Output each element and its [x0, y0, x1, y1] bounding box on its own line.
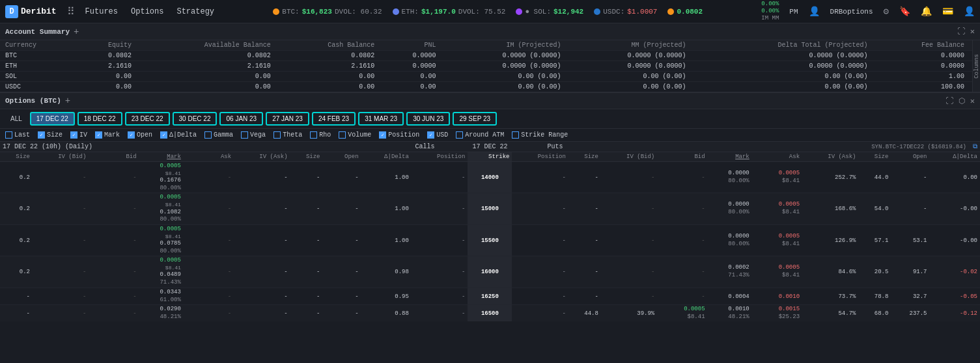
- syn-label: SYN.BTC-17DEC22 ($16819.84): [871, 144, 966, 150]
- options-row[interactable]: 0.2 - - 0.0005$8.410.078580.00% - - - - …: [0, 224, 980, 256]
- checkbox-gamma[interactable]: Gamma: [204, 131, 233, 139]
- username: DRBoptions: [830, 8, 873, 16]
- th-calls-mark: Mark: [139, 152, 184, 162]
- th-puts-iv-bid: IV (Bid): [601, 152, 657, 162]
- checkbox-vega[interactable]: Vega: [241, 131, 266, 139]
- nav-menu: Futures Options Strategy: [85, 7, 214, 16]
- date-tab-all[interactable]: ALL: [5, 113, 27, 124]
- puts-size: -: [568, 193, 601, 224]
- puts-iv-ask: 252.7%: [802, 162, 858, 193]
- date-tab-27-jan-23[interactable]: 27 JAN 23: [266, 112, 309, 126]
- checkbox-strike-range[interactable]: Strike Range: [512, 131, 568, 139]
- puts-size2: 54.0: [858, 193, 891, 224]
- checkbox-volume[interactable]: Volume: [339, 131, 371, 139]
- options-row[interactable]: 0.2 - - 0.0005$8.410.167680.00% - - - - …: [0, 162, 980, 193]
- puts-open: 32.7: [891, 288, 929, 304]
- calls-bid: -: [89, 256, 139, 288]
- checkbox-size[interactable]: ✓Size: [38, 131, 63, 139]
- puts-mark: 0.000080.00%: [708, 162, 752, 193]
- puts-position: -: [512, 305, 568, 321]
- puts-bid: -: [657, 288, 707, 304]
- checkbox-label: Vega: [250, 131, 266, 139]
- cell-mm: 0.00 (0.00): [566, 82, 691, 92]
- calls-size2: -: [290, 288, 323, 304]
- options-close-icon[interactable]: ✕: [970, 96, 975, 106]
- date-tab-18-dec-22[interactable]: 18 DEC 22: [77, 112, 122, 126]
- options-header: Options (BTC) + ⛶ ⬡ ✕: [0, 92, 980, 109]
- checkbox-position[interactable]: ✓Position: [379, 131, 419, 139]
- puts-ask: 0.0015$25.23: [752, 305, 802, 321]
- btc-extra-dot: [667, 8, 674, 15]
- eth-value: $1,197.0: [421, 8, 456, 16]
- settings-icon[interactable]: ⚙: [884, 6, 889, 17]
- date-tab-31-mar-23[interactable]: 31 MAR 23: [358, 112, 404, 126]
- options-row[interactable]: 0.2 - - 0.0005$8.410.048971.43% - - - - …: [0, 256, 980, 288]
- calls-delta: 0.95: [361, 288, 412, 304]
- btc-price[interactable]: BTC: $16,823 DVOL: 60.32: [273, 8, 382, 16]
- cell-mm: 0.00 (0.00): [566, 72, 691, 82]
- options-popout-icon[interactable]: ⬡: [959, 96, 965, 106]
- checkbox-theta[interactable]: Theta: [273, 131, 302, 139]
- bell-icon[interactable]: 🔔: [921, 6, 932, 17]
- checkbox-δ-delta[interactable]: ✓Δ|Delta: [160, 131, 197, 139]
- calls-position: -: [412, 256, 468, 288]
- options-expand-icon[interactable]: ⛶: [945, 96, 953, 106]
- account-add-button[interactable]: +: [74, 27, 79, 37]
- puts-position: -: [512, 288, 568, 304]
- close-icon[interactable]: ✕: [970, 27, 975, 36]
- puts-bid: -: [657, 162, 707, 193]
- date-tab-06-jan-23[interactable]: 06 JAN 23: [219, 112, 263, 126]
- th-puts-open: Open: [891, 152, 929, 162]
- options-row[interactable]: 0.2 - - 0.0005$8.410.108280.00% - - - - …: [0, 193, 980, 224]
- cell-delta: 0.0000 (0.0000): [691, 61, 873, 72]
- eth-price[interactable]: ETH: $1,197.0 DVOL: 75.52: [393, 8, 506, 16]
- logo[interactable]: D Deribit: [5, 5, 57, 18]
- cell-currency: SOL: [0, 72, 76, 82]
- options-row[interactable]: - - - 0.029048.21% - - - - 0.88 - 16500 …: [0, 305, 980, 321]
- options-table-header: Size IV (Bid) Bid Mark Ask IV (Ask) Size…: [0, 152, 980, 162]
- options-row[interactable]: - - - 0.034361.00% - - - - 0.95 - 16250 …: [0, 288, 980, 304]
- copy-icon[interactable]: ⧉: [973, 143, 977, 150]
- checkbox-around-atm[interactable]: Around ATM: [456, 131, 504, 139]
- th-puts-ask: Ask: [752, 152, 802, 162]
- checkbox-open[interactable]: ✓Open: [128, 131, 152, 139]
- puts-size: -: [568, 224, 601, 256]
- puts-size: 44.8: [568, 305, 601, 321]
- options-add-button[interactable]: +: [65, 96, 70, 106]
- options-table-container[interactable]: Size IV (Bid) Bid Mark Ask IV (Ask) Size…: [0, 152, 980, 321]
- checkbox-usd[interactable]: ✓USD: [427, 131, 448, 139]
- pm-label: PM: [789, 8, 798, 16]
- date-tab-29-sep-23[interactable]: 29 SEP 23: [453, 112, 497, 126]
- checkbox-iv[interactable]: ✓IV: [70, 131, 87, 139]
- profile-icon[interactable]: 👤: [964, 6, 975, 17]
- date-tab-30-jun-23[interactable]: 30 JUN 23: [406, 112, 450, 126]
- nav-strategy[interactable]: Strategy: [176, 7, 214, 16]
- checkbox-box: [512, 131, 519, 139]
- nav-futures[interactable]: Futures: [85, 7, 118, 16]
- cell-pnl: 0.00: [380, 82, 441, 92]
- sol-price[interactable]: ● SOL: $12,942: [516, 8, 583, 16]
- syn-label-container: SYN.BTC-17DEC22 ($16819.84) ⧉: [595, 143, 978, 150]
- wallet-icon[interactable]: 💳: [942, 6, 953, 17]
- cell-cash: 2.1610: [276, 61, 380, 72]
- date-tab-23-dec-22[interactable]: 23 DEC 22: [125, 112, 170, 126]
- checkbox-rho[interactable]: Rho: [310, 131, 331, 139]
- bookmark-icon[interactable]: 🔖: [899, 6, 910, 17]
- calls-iv-bid: -: [33, 256, 89, 288]
- date-tab-17-dec-22[interactable]: 17 DEC 22: [30, 112, 75, 126]
- grid-icon[interactable]: ⠿: [67, 5, 75, 18]
- calls-size: -: [0, 305, 33, 321]
- checkboxes-row: Last✓Size✓IV✓Mark✓Open✓Δ|DeltaGammaVegaT…: [0, 129, 980, 142]
- puts-size: -: [568, 288, 601, 304]
- app-name: Deribit: [21, 7, 57, 16]
- date-tab-24-feb-23[interactable]: 24 FEB 23: [312, 112, 356, 126]
- usdc-price[interactable]: USDC: $1.0007: [594, 8, 657, 16]
- nav-options[interactable]: Options: [131, 7, 163, 16]
- date-tab-30-dec-22[interactable]: 30 DEC 22: [173, 112, 217, 126]
- cell-pnl: 0.0000: [380, 51, 441, 61]
- columns-sidebar[interactable]: Columns: [972, 40, 980, 92]
- checkbox-last[interactable]: Last: [5, 131, 30, 139]
- expand-icon[interactable]: ⛶: [957, 27, 965, 36]
- checkbox-mark[interactable]: ✓Mark: [95, 131, 120, 139]
- puts-mark: 0.000080.00%: [708, 193, 752, 224]
